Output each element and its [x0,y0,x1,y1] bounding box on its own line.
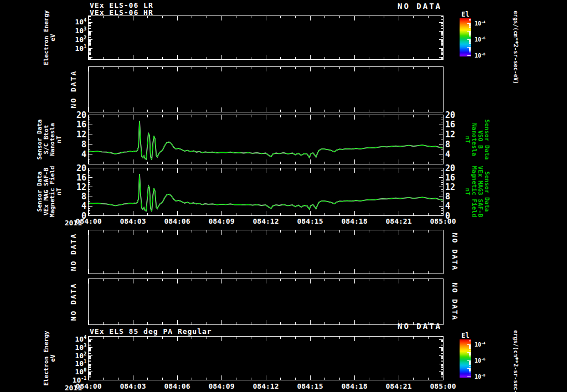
colorbar-tick-label: 10-6 [475,357,497,364]
y-tick-label-left: 104 [53,18,86,26]
colorbar [460,18,471,56]
x-tick-label-lower: 084:12 [248,382,284,390]
x-tick-label-upper: 084:12 [248,217,284,225]
colorbar [460,339,471,378]
colorbar-tick-label: 10-8 [475,52,497,59]
x-tick-label-lower: 084:06 [159,382,195,390]
x-tick-label-lower: 085:00 [425,382,461,390]
panel-empty-mid1-plot [88,230,444,274]
panel-mag-vex-plot [88,168,444,216]
colorbar-tick-label: 10-6 [475,36,497,43]
y-tick-label-left: 100 [53,368,86,376]
x-tick-label-upper: 084:18 [337,217,372,225]
els-top-no-data: NO DATA [354,2,442,11]
panel-empty-upper-plot [88,66,444,112]
empty-mid2-no-data-right: NO DATA [451,241,458,363]
colorbar-title: El [458,11,472,18]
x-tick-label-upper: 084:06 [159,217,195,225]
x-tick-label-upper: 084:15 [292,217,328,225]
x-tick-label-lower: 084:18 [337,382,372,390]
empty-mid2-no-data-left: NO DATA [70,241,78,363]
mag-vex-ylabel: Sensor DataVEx MAG SAF-BMagnetic FieldnT [37,131,62,252]
colorbar-title: El [458,332,472,339]
colorbar-tick-label: 10-4 [475,20,497,27]
btot-trace [89,174,443,212]
x-tick-label-lower: 084:00 [71,382,106,390]
panel-els-pa-plot [88,336,444,380]
els-pa-ylabel: Electron EnergyeV [43,297,56,392]
x-tick-label-lower: 084:15 [292,382,328,390]
colorbar-unit-lower: ergs/(cm**2-sr-sec-eV) [513,314,519,392]
x-tick-label-upper: 084:03 [115,217,151,225]
colorbar-tick-label: 10-4 [475,341,497,348]
mag-vex-right-label: Sensor DataVEx MAG3 SAF-BMagnetic Fieldn… [465,131,490,252]
x-tick-label-lower: 084:21 [381,382,416,390]
x-tick-label-upper: 084:21 [381,217,416,225]
plot-page: VEx ELS-06 LR VEx ELS-06 HR NO DATA NO D… [0,0,567,392]
x-tick-label-upper: 084:09 [204,217,239,225]
x-tick-label-lower: 084:03 [115,382,151,390]
panel-empty-mid2-plot [88,278,444,325]
panel-mag-sc-plot [88,115,444,164]
colorbar-unit-upper: ergs/(cm**2-sr-sec-eV) [513,0,519,100]
btot-trace [89,121,443,160]
empty-upper-no-data-left: NO DATA [70,28,78,150]
panel-els-pa-title: VEx ELS 85 deg PA Regular [90,327,212,336]
x-tick-label-lower: 084:09 [204,382,239,390]
panel-els-top-plot [88,16,444,60]
colorbar-tick-label: 10-8 [475,373,497,380]
